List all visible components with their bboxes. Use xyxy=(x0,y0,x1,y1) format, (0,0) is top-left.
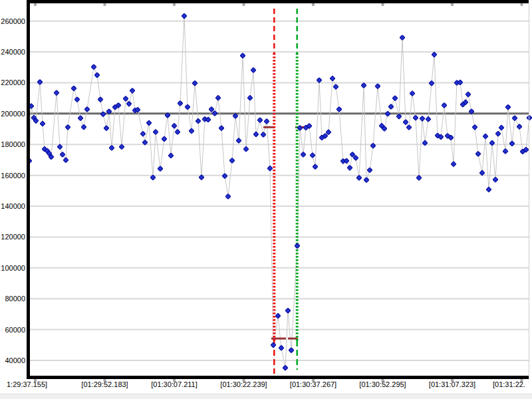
data-point xyxy=(146,120,152,126)
data-point xyxy=(271,342,276,348)
data-point xyxy=(429,80,434,86)
x-tick-label: [01:30:52.295] xyxy=(359,380,406,390)
tick-mark xyxy=(382,3,384,6)
data-point xyxy=(123,96,128,101)
data-point xyxy=(503,149,508,154)
data-point xyxy=(310,153,315,158)
data-point xyxy=(295,243,300,249)
data-point xyxy=(158,166,163,172)
data-point xyxy=(283,365,288,370)
rtt-time-series-chart: 4000060000800001000001200001400001600001… xyxy=(0,0,532,399)
data-point xyxy=(185,104,190,110)
x-tick-label: [01:30:07.211] xyxy=(151,380,198,390)
data-point xyxy=(275,313,281,319)
data-point xyxy=(400,35,405,41)
y-tick-label: 260000 xyxy=(0,17,25,26)
data-point xyxy=(81,124,86,130)
data-point xyxy=(403,120,408,125)
data-point xyxy=(189,128,194,134)
data-point xyxy=(367,168,372,173)
tick-mark xyxy=(451,3,454,6)
data-point xyxy=(182,13,187,19)
data-point xyxy=(109,145,114,150)
data-point xyxy=(257,118,263,123)
data-point xyxy=(406,125,412,130)
data-point xyxy=(140,131,146,136)
data-point xyxy=(240,53,245,59)
data-point xyxy=(289,348,294,353)
data-point xyxy=(388,104,394,109)
data-point xyxy=(495,131,501,136)
data-point xyxy=(40,121,45,126)
data-point xyxy=(499,125,504,130)
x-tick-label: [01:30:22.239] xyxy=(220,380,267,390)
data-point xyxy=(420,116,425,121)
x-tick-label: [01:29:52.183] xyxy=(81,380,128,390)
y-tick-label: 240000 xyxy=(0,47,25,57)
data-point xyxy=(130,88,135,93)
data-point xyxy=(196,118,201,124)
data-point xyxy=(432,52,437,57)
tick-mark xyxy=(34,3,37,6)
data-point xyxy=(261,132,266,137)
window-bottom-bar xyxy=(0,394,532,399)
data-point xyxy=(219,126,224,131)
y-tick-label: 220000 xyxy=(0,78,25,87)
data-point xyxy=(279,345,284,350)
data-point xyxy=(336,106,342,112)
data-point xyxy=(413,115,418,120)
plot-area[interactable] xyxy=(0,0,532,399)
data-point xyxy=(74,97,80,102)
tick-mark xyxy=(243,3,245,6)
data-point xyxy=(172,123,177,128)
data-point xyxy=(222,174,227,179)
y-tick-label: 160000 xyxy=(0,171,25,180)
data-point xyxy=(347,165,352,170)
data-point xyxy=(192,80,198,86)
data-point xyxy=(361,82,366,88)
data-point xyxy=(486,187,491,192)
data-point xyxy=(317,78,322,83)
data-point xyxy=(63,158,68,163)
data-point xyxy=(94,72,100,78)
data-point xyxy=(426,116,431,122)
data-point xyxy=(215,95,221,100)
data-point xyxy=(225,194,231,199)
x-tick-label: [01:31:22. xyxy=(493,380,525,390)
data-point xyxy=(162,136,167,142)
data-point xyxy=(442,102,447,108)
data-point xyxy=(243,146,249,152)
data-point xyxy=(333,84,338,90)
data-point xyxy=(104,126,109,131)
y-tick-label: 100000 xyxy=(0,263,25,273)
data-point xyxy=(175,130,180,135)
data-point xyxy=(493,177,498,182)
data-point xyxy=(330,76,335,81)
data-point xyxy=(264,119,269,124)
tick-mark xyxy=(104,3,106,6)
data-point xyxy=(475,151,481,156)
data-point xyxy=(100,112,106,117)
data-point xyxy=(410,91,415,96)
data-point xyxy=(483,134,488,139)
data-point xyxy=(178,100,183,106)
data-point xyxy=(267,166,273,171)
x-tick-label: [01:31:07.323] xyxy=(429,380,475,390)
data-point xyxy=(126,101,132,106)
y-tick-label: 140000 xyxy=(0,201,25,211)
y-tick-label: 60000 xyxy=(0,325,25,334)
data-point xyxy=(472,124,477,130)
x-tick-label: 1:29:37.155] xyxy=(7,380,47,390)
x-tick-label: [01:30:37.267] xyxy=(290,380,336,390)
y-tick-label: 200000 xyxy=(0,109,25,118)
data-point xyxy=(236,138,241,144)
data-point xyxy=(313,164,318,170)
bottom-axis xyxy=(27,376,529,379)
data-point xyxy=(84,106,90,112)
data-point xyxy=(253,132,259,137)
data-point xyxy=(60,152,65,157)
data-point xyxy=(153,130,158,135)
data-point xyxy=(505,104,511,110)
data-point xyxy=(78,116,83,121)
data-point xyxy=(517,124,522,129)
